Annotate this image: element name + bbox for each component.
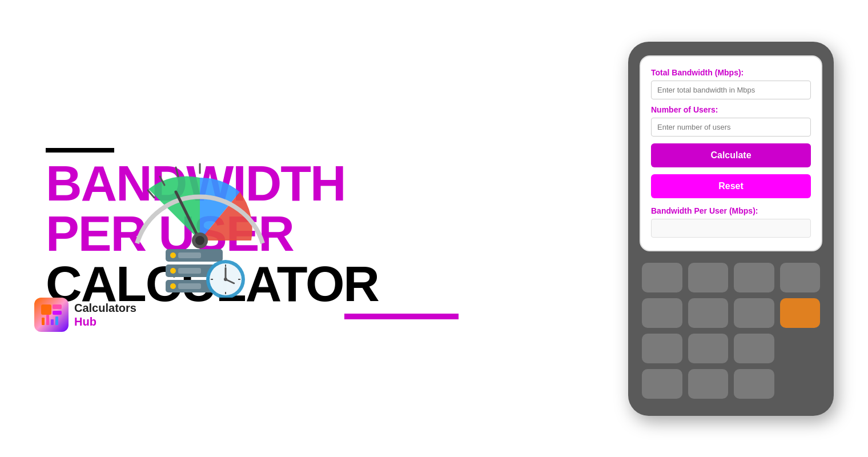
svg-rect-30 [51, 319, 54, 325]
svg-rect-15 [178, 283, 201, 289]
key-11[interactable] [642, 369, 682, 399]
key-8[interactable] [642, 334, 682, 363]
key-1[interactable] [642, 263, 682, 292]
speedometer-illustration [114, 138, 286, 298]
svg-rect-29 [46, 315, 49, 325]
users-input[interactable] [651, 118, 811, 137]
logo-icon [34, 298, 69, 332]
result-input [651, 219, 811, 238]
logo-text: Calculators Hub [74, 301, 136, 328]
logo-area: Calculators Hub [34, 298, 136, 332]
calculator-keypad [640, 263, 822, 399]
logo-name: Calculators [74, 301, 136, 315]
key-2[interactable] [688, 263, 729, 292]
calculator-screen: Total Bandwidth (Mbps): Number of Users:… [640, 55, 822, 251]
result-label: Bandwidth Per User (Mbps): [651, 206, 811, 215]
key-10[interactable] [734, 334, 774, 363]
users-label: Number of Users: [651, 105, 811, 114]
key-orange[interactable] [780, 298, 821, 328]
reset-button[interactable]: Reset [651, 174, 811, 198]
decorative-bar [46, 148, 114, 153]
svg-point-6 [195, 236, 204, 245]
svg-line-2 [176, 167, 178, 177]
svg-rect-25 [41, 304, 51, 315]
key-9[interactable] [688, 334, 729, 363]
svg-point-14 [170, 283, 176, 289]
svg-point-8 [170, 252, 176, 258]
svg-rect-9 [178, 252, 201, 258]
right-section: Total Bandwidth (Mbps): Number of Users:… [628, 42, 868, 416]
left-section: BANDWIDTH PER USER CALCULATOR [0, 114, 628, 343]
key-3[interactable] [734, 263, 774, 292]
calculate-button[interactable]: Calculate [651, 143, 811, 167]
key-12[interactable] [688, 369, 729, 399]
svg-rect-28 [42, 318, 45, 325]
bandwidth-label: Total Bandwidth (Mbps): [651, 68, 811, 77]
key-6[interactable] [688, 298, 729, 328]
key-4[interactable] [780, 263, 821, 292]
svg-rect-26 [53, 304, 62, 309]
calculator-body: Total Bandwidth (Mbps): Number of Users:… [628, 42, 834, 416]
key-7[interactable] [734, 298, 774, 328]
key-5[interactable] [642, 298, 682, 328]
key-13[interactable] [734, 369, 774, 399]
svg-rect-27 [53, 311, 62, 315]
svg-rect-31 [55, 316, 58, 325]
bandwidth-input[interactable] [651, 81, 811, 99]
logo-sub: Hub [74, 315, 136, 328]
svg-point-11 [170, 268, 176, 274]
svg-rect-12 [178, 268, 201, 274]
